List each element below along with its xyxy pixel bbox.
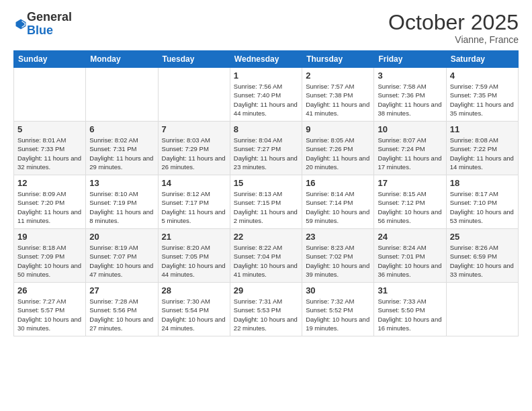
logo-blue: Blue [27, 24, 72, 38]
day-info: Sunrise: 7:58 AM Sunset: 7:36 PM Dayligh… [378, 82, 442, 118]
day-number: 1 [234, 71, 298, 81]
day-info: Sunrise: 7:56 AM Sunset: 7:40 PM Dayligh… [234, 82, 298, 118]
day-info: Sunrise: 8:14 AM Sunset: 7:14 PM Dayligh… [306, 189, 370, 225]
day-number: 26 [17, 285, 82, 295]
day-number: 28 [162, 285, 226, 295]
logo-icon [15, 18, 27, 30]
calendar-week-1: 1Sunrise: 7:56 AM Sunset: 7:40 PM Daylig… [14, 68, 519, 122]
day-info: Sunrise: 7:33 AM Sunset: 5:50 PM Dayligh… [378, 297, 442, 332]
calendar-cell-w3-d5: 16Sunrise: 8:14 AM Sunset: 7:14 PM Dayli… [302, 175, 374, 229]
calendar-cell-w5-d3: 28Sunrise: 7:30 AM Sunset: 5:54 PM Dayli… [158, 283, 230, 336]
day-info: Sunrise: 7:59 AM Sunset: 7:35 PM Dayligh… [450, 82, 515, 118]
day-info: Sunrise: 7:32 AM Sunset: 5:52 PM Dayligh… [306, 297, 370, 332]
calendar-cell-w5-d2: 27Sunrise: 7:28 AM Sunset: 5:56 PM Dayli… [86, 283, 158, 336]
logo-text: General Blue [27, 11, 72, 38]
col-monday: Monday [86, 51, 158, 68]
day-info: Sunrise: 8:22 AM Sunset: 7:04 PM Dayligh… [234, 243, 298, 279]
calendar-cell-w1-d4: 1Sunrise: 7:56 AM Sunset: 7:40 PM Daylig… [230, 68, 302, 122]
col-sunday: Sunday [14, 51, 86, 68]
day-info: Sunrise: 8:01 AM Sunset: 7:33 PM Dayligh… [17, 136, 82, 171]
day-number: 5 [17, 124, 82, 134]
calendar-cell-w3-d1: 12Sunrise: 8:09 AM Sunset: 7:20 PM Dayli… [14, 175, 86, 229]
day-info: Sunrise: 8:19 AM Sunset: 7:07 PM Dayligh… [89, 243, 154, 279]
calendar-cell-w3-d6: 17Sunrise: 8:15 AM Sunset: 7:12 PM Dayli… [374, 175, 446, 229]
calendar-cell-w5-d4: 29Sunrise: 7:31 AM Sunset: 5:53 PM Dayli… [230, 283, 302, 336]
day-number: 24 [378, 232, 442, 242]
day-info: Sunrise: 8:20 AM Sunset: 7:05 PM Dayligh… [162, 243, 226, 279]
day-info: Sunrise: 8:04 AM Sunset: 7:27 PM Dayligh… [234, 136, 298, 171]
calendar-cell-w4-d2: 20Sunrise: 8:19 AM Sunset: 7:07 PM Dayli… [86, 229, 158, 283]
day-number: 9 [306, 124, 370, 134]
day-number: 30 [306, 285, 370, 295]
header: General Blue October 2025 Vianne, France [13, 11, 519, 45]
day-info: Sunrise: 8:03 AM Sunset: 7:29 PM Dayligh… [162, 136, 226, 171]
calendar-cell-w1-d5: 2Sunrise: 7:57 AM Sunset: 7:38 PM Daylig… [302, 68, 374, 122]
day-info: Sunrise: 7:30 AM Sunset: 5:54 PM Dayligh… [162, 297, 226, 332]
day-number: 15 [234, 178, 298, 188]
col-wednesday: Wednesday [230, 51, 302, 68]
calendar-week-2: 5Sunrise: 8:01 AM Sunset: 7:33 PM Daylig… [14, 122, 519, 175]
day-number: 12 [17, 178, 82, 188]
calendar-cell-w1-d3 [158, 68, 230, 122]
day-number: 17 [378, 178, 442, 188]
day-number: 8 [234, 124, 298, 134]
day-info: Sunrise: 8:07 AM Sunset: 7:24 PM Dayligh… [378, 136, 442, 171]
day-number: 20 [89, 232, 154, 242]
calendar-week-3: 12Sunrise: 8:09 AM Sunset: 7:20 PM Dayli… [14, 175, 519, 229]
day-info: Sunrise: 7:57 AM Sunset: 7:38 PM Dayligh… [306, 82, 370, 118]
calendar-cell-w4-d6: 24Sunrise: 8:24 AM Sunset: 7:01 PM Dayli… [374, 229, 446, 283]
day-info: Sunrise: 8:23 AM Sunset: 7:02 PM Dayligh… [306, 243, 370, 279]
logo: General Blue [13, 11, 72, 38]
day-info: Sunrise: 7:28 AM Sunset: 5:56 PM Dayligh… [89, 297, 154, 332]
calendar-table: Sunday Monday Tuesday Wednesday Thursday… [13, 50, 519, 336]
day-number: 19 [17, 232, 82, 242]
day-number: 29 [234, 285, 298, 295]
day-number: 6 [89, 124, 154, 134]
day-number: 10 [378, 124, 442, 134]
calendar-cell-w1-d2 [86, 68, 158, 122]
calendar-cell-w1-d6: 3Sunrise: 7:58 AM Sunset: 7:36 PM Daylig… [374, 68, 446, 122]
day-info: Sunrise: 8:09 AM Sunset: 7:20 PM Dayligh… [17, 189, 82, 225]
col-friday: Friday [374, 51, 446, 68]
day-number: 23 [306, 232, 370, 242]
calendar-cell-w3-d4: 15Sunrise: 8:13 AM Sunset: 7:15 PM Dayli… [230, 175, 302, 229]
calendar-cell-w2-d7: 11Sunrise: 8:08 AM Sunset: 7:22 PM Dayli… [446, 122, 518, 175]
calendar-cell-w1-d1 [14, 68, 86, 122]
title-block: October 2025 Vianne, France [388, 11, 519, 45]
calendar-cell-w4-d1: 19Sunrise: 8:18 AM Sunset: 7:09 PM Dayli… [14, 229, 86, 283]
day-info: Sunrise: 8:10 AM Sunset: 7:19 PM Dayligh… [89, 189, 154, 225]
day-number: 16 [306, 178, 370, 188]
day-number: 31 [378, 285, 442, 295]
calendar-cell-w4-d3: 21Sunrise: 8:20 AM Sunset: 7:05 PM Dayli… [158, 229, 230, 283]
day-info: Sunrise: 8:18 AM Sunset: 7:09 PM Dayligh… [17, 243, 82, 279]
day-info: Sunrise: 8:08 AM Sunset: 7:22 PM Dayligh… [450, 136, 515, 171]
col-saturday: Saturday [446, 51, 518, 68]
day-info: Sunrise: 8:24 AM Sunset: 7:01 PM Dayligh… [378, 243, 442, 279]
day-number: 13 [89, 178, 154, 188]
col-tuesday: Tuesday [158, 51, 230, 68]
calendar-cell-w1-d7: 4Sunrise: 7:59 AM Sunset: 7:35 PM Daylig… [446, 68, 518, 122]
calendar-cell-w5-d6: 31Sunrise: 7:33 AM Sunset: 5:50 PM Dayli… [374, 283, 446, 336]
calendar-header-row: Sunday Monday Tuesday Wednesday Thursday… [14, 51, 519, 68]
calendar-cell-w2-d3: 7Sunrise: 8:03 AM Sunset: 7:29 PM Daylig… [158, 122, 230, 175]
calendar-cell-w4-d4: 22Sunrise: 8:22 AM Sunset: 7:04 PM Dayli… [230, 229, 302, 283]
calendar-cell-w2-d5: 9Sunrise: 8:05 AM Sunset: 7:26 PM Daylig… [302, 122, 374, 175]
day-number: 25 [450, 232, 515, 242]
calendar-cell-w5-d1: 26Sunrise: 7:27 AM Sunset: 5:57 PM Dayli… [14, 283, 86, 336]
day-info: Sunrise: 7:27 AM Sunset: 5:57 PM Dayligh… [17, 297, 82, 332]
calendar-cell-w2-d4: 8Sunrise: 8:04 AM Sunset: 7:27 PM Daylig… [230, 122, 302, 175]
day-number: 27 [89, 285, 154, 295]
day-info: Sunrise: 8:26 AM Sunset: 6:59 PM Dayligh… [450, 243, 515, 279]
day-number: 7 [162, 124, 226, 134]
calendar-cell-w2-d1: 5Sunrise: 8:01 AM Sunset: 7:33 PM Daylig… [14, 122, 86, 175]
day-info: Sunrise: 8:17 AM Sunset: 7:10 PM Dayligh… [450, 189, 515, 225]
day-info: Sunrise: 8:05 AM Sunset: 7:26 PM Dayligh… [306, 136, 370, 171]
day-number: 2 [306, 71, 370, 81]
day-info: Sunrise: 8:02 AM Sunset: 7:31 PM Dayligh… [89, 136, 154, 171]
calendar-cell-w2-d6: 10Sunrise: 8:07 AM Sunset: 7:24 PM Dayli… [374, 122, 446, 175]
day-number: 18 [450, 178, 515, 188]
calendar-cell-w5-d7 [446, 283, 518, 336]
day-info: Sunrise: 8:13 AM Sunset: 7:15 PM Dayligh… [234, 189, 298, 225]
day-info: Sunrise: 8:15 AM Sunset: 7:12 PM Dayligh… [378, 189, 442, 225]
col-thursday: Thursday [302, 51, 374, 68]
